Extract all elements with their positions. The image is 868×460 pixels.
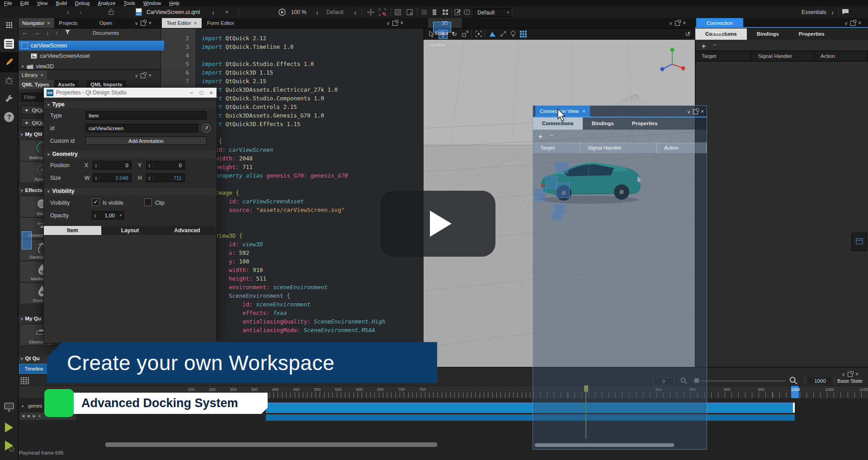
grid-view-icon[interactable] [442,9,449,16]
track-name[interactable]: genes [28,403,42,408]
fit-view-icon[interactable] [475,30,483,38]
zoom-level[interactable]: 100 % [291,6,307,18]
grid-toggle-icon[interactable] [519,30,527,38]
move-tool-icon[interactable] [367,9,374,16]
close-icon[interactable]: × [40,72,43,78]
tree-item-carViewScreenAsset[interactable]: carViewScreenAsset [18,51,173,61]
editor-dock-controls[interactable]: ∨× [387,18,403,28]
snap-frame-icon[interactable] [379,9,386,16]
close-icon[interactable]: × [725,30,728,36]
video-play-button[interactable] [381,191,495,257]
close-icon[interactable]: × [452,30,455,36]
id-field[interactable]: carViewScreen [85,124,198,132]
w-spinbox[interactable]: ▴▾2.048 [93,174,132,182]
code-line[interactable]: 2import QtQuick 2.12 [161,34,424,42]
tab-form-editor[interactable]: Form Editor [203,18,239,28]
menu-debug[interactable]: Debug [71,0,94,6]
close-icon[interactable]: × [683,20,686,26]
run-icon[interactable] [0,422,18,432]
tab-open-documents[interactable]: Open Documents [82,18,129,28]
menu-build[interactable]: Build [52,0,71,6]
arrow-left-icon[interactable]: ← [22,29,28,36]
tab-layout[interactable]: Layout [101,226,159,235]
float-icon[interactable] [675,21,680,26]
tools-icon[interactable] [0,94,18,103]
menu-window[interactable]: Window [139,0,165,6]
close-document-icon[interactable]: × [225,6,229,18]
arrow-right-icon[interactable]: → [34,29,40,36]
minimize-icon[interactable]: – [190,89,193,96]
tab-text-editor[interactable]: Text Editor× [162,18,202,28]
zoom-stepper[interactable]: ▴▾ [316,6,318,18]
menu-view[interactable]: View [33,0,52,6]
bounds-add-icon[interactable] [406,9,413,16]
add-connection-button[interactable]: ＋ [700,41,708,51]
close-icon[interactable]: × [858,20,861,26]
y-spinbox[interactable]: ▴▾0 [146,161,185,169]
tab-bindings[interactable]: Bindings [747,28,789,40]
local-global-icon[interactable] [499,30,507,38]
floating-connection-view[interactable]: Connection View× ∨× ConnectionsBindingsP… [533,105,707,450]
tab-navigator[interactable]: Navigator× [18,18,54,28]
tab-library[interactable]: Library× [18,70,47,80]
menu-edit[interactable]: Edit [16,0,33,6]
expander-icon[interactable]: ▾ [22,404,24,408]
edit-annotation-icon[interactable] [463,9,471,16]
viewport-dock-controls[interactable]: ∨× [669,18,686,28]
close-icon[interactable]: × [701,108,704,115]
state-selector[interactable]: Default▾ [473,8,512,17]
design-mode-icon[interactable] [0,57,18,67]
tab-projects[interactable]: Projects [55,18,81,28]
section-type[interactable]: ▾Type [44,101,216,108]
run-debug-icon[interactable] [0,441,18,451]
clip-checkbox[interactable] [144,198,152,206]
collapsed-dock-tab[interactable] [852,233,867,251]
menu-help[interactable]: Help [165,0,184,6]
tab-properties[interactable]: Properties [623,117,667,130]
is-visible-checkbox[interactable]: ✓ [92,198,99,206]
nav-forward-icon[interactable]: › [80,6,82,18]
reset-icon[interactable]: ↺ [202,124,211,132]
close-icon[interactable]: × [148,20,151,26]
float-icon[interactable] [141,21,146,26]
maximize-icon[interactable]: □ [200,89,203,96]
code-line[interactable]: 7import QtQuick 2.15 [161,77,424,85]
filter-icon[interactable] [65,29,71,36]
expander-icon[interactable]: ▾ [22,64,24,69]
floating-scrollbar[interactable] [535,443,674,447]
help-icon[interactable]: ? [0,112,18,122]
code-line[interactable]: 6import QtQuick3D 1.15 [161,68,424,77]
keyframe-grid-icon[interactable] [21,377,29,384]
add-annotation-button[interactable]: Add Annotation [85,136,207,145]
section-visibility[interactable]: ▾Visibility [44,188,216,195]
code-line[interactable]: 4 [161,51,424,60]
scale-tool-icon[interactable] [461,30,469,38]
menu-file[interactable]: File [0,0,16,6]
debug-mode-icon[interactable] [0,76,18,85]
timeline-scrollbar[interactable] [105,442,437,447]
tab-advanced[interactable]: Advanced [159,226,216,235]
x-spinbox[interactable]: ▴▾0 [93,161,132,169]
remove-connection-button[interactable]: − [712,41,717,50]
move-up-icon[interactable]: ↑ [56,29,59,36]
nav-back-icon[interactable]: ‹ [67,6,69,18]
kit-selector-icon[interactable] [0,402,18,412]
tab-bindings[interactable]: Bindings [583,117,623,130]
edit-light-icon[interactable] [509,30,517,38]
library-controls[interactable]: ∨× [135,70,151,80]
perspective-selector[interactable]: Essentials [802,6,826,18]
right-dock-controls[interactable]: ∨× [844,18,861,28]
left-dock-controls[interactable]: ∨× [135,18,151,28]
timeline-track-bar[interactable] [266,414,795,421]
tab-properties[interactable]: Properties [789,28,835,40]
move-down-icon[interactable]: ↓ [46,29,49,36]
feedback-icon[interactable] [842,9,849,16]
close-icon[interactable]: × [194,20,197,26]
floating-panel-controls[interactable]: ∨× [687,107,704,117]
opacity-spinbox[interactable]: ▴▾1,00▾ [92,211,124,220]
bounds-icon[interactable] [394,9,401,16]
axis-gizmo-icon[interactable] [658,46,686,74]
add-connection-button[interactable]: ＋ [537,131,544,141]
camera-perspective-icon[interactable] [488,30,496,38]
code-line[interactable]: 3import QtQuick.Timeline 1.0 [161,42,424,51]
